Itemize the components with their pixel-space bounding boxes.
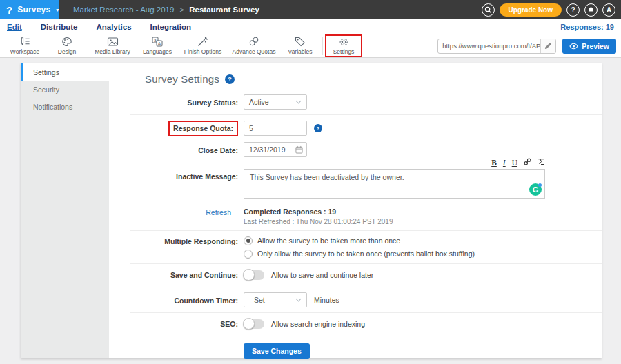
- chevron-down-icon: ▾: [56, 7, 59, 13]
- survey-status-row: Survey Status: Active: [145, 94, 589, 110]
- notifications-button[interactable]: [584, 3, 598, 17]
- surveys-menu[interactable]: ? Surveys ▾: [0, 0, 59, 19]
- magic-wand-icon: [197, 37, 208, 47]
- top-bar: ? Surveys ▾ Market Research - Aug 2019 >…: [0, 0, 621, 19]
- sidebar-item-security[interactable]: Security: [21, 81, 109, 98]
- response-quota-help-icon[interactable]: ?: [314, 124, 322, 132]
- countdown-timer-label: Countdown Timer:: [145, 292, 238, 305]
- divider: [130, 312, 602, 313]
- toolbar-design[interactable]: Design: [46, 34, 88, 57]
- sidebar-item-settings[interactable]: Settings: [21, 63, 109, 81]
- save-continue-hint: Allow to save and continue later: [271, 271, 373, 279]
- divider: [130, 336, 602, 336]
- settings-content: Survey Settings ? Survey Status: Active …: [109, 63, 602, 358]
- toolbar-languages[interactable]: aA Languages: [137, 34, 178, 57]
- underline-button[interactable]: U: [512, 159, 518, 168]
- edit-toolbar: Workspace Design Media Library aA Langua…: [0, 34, 621, 58]
- chevron-down-icon: [295, 298, 302, 302]
- nav-tab-distribute[interactable]: Distribute: [41, 23, 78, 31]
- close-date-label: Close Date:: [145, 142, 238, 155]
- survey-status-select[interactable]: Active: [244, 94, 307, 110]
- search-icon: [484, 6, 492, 14]
- settings-sidebar: Settings Security Notifications: [21, 63, 109, 358]
- account-avatar[interactable]: A: [602, 3, 615, 17]
- clear-format-icon: [538, 158, 545, 165]
- top-bar-actions: Upgrade Now ? A: [482, 3, 621, 17]
- toolbar-settings[interactable]: Settings: [325, 34, 362, 57]
- inactive-message-editor: This Survey has been deactivated by the …: [244, 169, 545, 201]
- radio-unselected-icon[interactable]: [244, 250, 253, 259]
- close-date-field[interactable]: [244, 142, 307, 157]
- multiple-responding-label: Multiple Responding:: [145, 236, 238, 246]
- insert-link-button[interactable]: [524, 158, 531, 168]
- main-nav: Edit Distribute Analytics Integration Re…: [0, 19, 621, 34]
- gear-icon: [339, 37, 349, 47]
- link-icon: [524, 158, 531, 165]
- pencil-icon: [544, 42, 552, 50]
- breadcrumb: Market Research - Aug 2019 > Restaurant …: [73, 6, 259, 14]
- app-window: ? Surveys ▾ Market Research - Aug 2019 >…: [0, 0, 621, 364]
- toolbar-media-library[interactable]: Media Library: [88, 34, 137, 57]
- save-continue-label: Save and Continue:: [145, 270, 238, 280]
- refresh-link[interactable]: Refresh: [206, 208, 231, 216]
- last-refreshed: Last Refreshed : Thu Nov 28 01:00:24 PST…: [244, 218, 393, 225]
- edit-url-button[interactable]: [540, 39, 555, 54]
- sidebar-item-notifications[interactable]: Notifications: [21, 98, 109, 115]
- breadcrumb-current: Restaurant Survey: [189, 6, 259, 14]
- nav-tab-analytics[interactable]: Analytics: [96, 23, 131, 31]
- toolbar-variables[interactable]: Variables: [280, 34, 320, 57]
- bold-button[interactable]: B: [491, 159, 497, 168]
- toggle-knob: [243, 269, 255, 281]
- nav-tab-integration[interactable]: Integration: [150, 23, 191, 31]
- survey-settings-help-icon[interactable]: ?: [225, 74, 235, 84]
- inactive-message-textarea[interactable]: This Survey has been deactivated by the …: [244, 169, 545, 199]
- bell-icon: [587, 6, 595, 14]
- toolbar-finish-options[interactable]: Finish Options: [178, 34, 228, 57]
- response-quota-label-cell: Response Quota:: [145, 121, 238, 136]
- clear-format-button[interactable]: [538, 158, 545, 168]
- toggle-knob: [243, 318, 255, 330]
- product-name: Surveys: [17, 5, 50, 14]
- preview-button[interactable]: Preview: [562, 39, 616, 54]
- seo-label: SEO:: [145, 319, 238, 329]
- radio-allow-multiple[interactable]: Allow the survey to be taken more than o…: [244, 236, 475, 245]
- toolbar-right-group: https://www.questionpro.com/t/APNrfZ Pre…: [437, 39, 621, 54]
- help-button[interactable]: ?: [566, 3, 580, 17]
- survey-url-box[interactable]: https://www.questionpro.com/t/APNrfZ: [437, 39, 556, 54]
- chevron-down-icon: [295, 100, 302, 104]
- response-quota-label: Response Quota:: [168, 121, 238, 136]
- save-continue-toggle[interactable]: [244, 270, 264, 280]
- svg-text:A: A: [158, 41, 161, 46]
- seo-toggle[interactable]: [244, 319, 264, 329]
- response-quota-input[interactable]: [244, 121, 307, 136]
- seo-hint: Allow search engine indexing: [271, 320, 365, 328]
- breadcrumb-parent[interactable]: Market Research - Aug 2019: [73, 6, 174, 14]
- divider: [130, 230, 602, 231]
- radio-allow-once[interactable]: Only allow the survey to be taken once (…: [244, 250, 475, 259]
- responses-count[interactable]: Responses: 19: [560, 23, 614, 31]
- save-changes-button[interactable]: Save Changes: [244, 343, 310, 359]
- italic-button[interactable]: I: [503, 159, 506, 168]
- countdown-timer-select[interactable]: --Set--: [244, 292, 307, 307]
- close-date-input[interactable]: [244, 142, 307, 157]
- toolbar-advance-quotas[interactable]: Advance Quotas: [228, 34, 280, 57]
- breadcrumb-separator: >: [179, 6, 184, 14]
- questionpro-logo-icon: ?: [6, 5, 12, 15]
- translate-icon: aA: [152, 37, 163, 47]
- toolbar-workspace[interactable]: Workspace: [4, 34, 46, 57]
- inactive-message-row: Inactive Message: B I U This Survey has …: [145, 159, 589, 201]
- chain-links-icon: [248, 37, 259, 47]
- search-button[interactable]: [482, 3, 495, 17]
- divider: [130, 287, 602, 287]
- upgrade-now-button[interactable]: Upgrade Now: [500, 3, 562, 17]
- radio-selected-icon[interactable]: [244, 236, 253, 245]
- toolbar-divider: [322, 37, 323, 55]
- grammarly-icon[interactable]: G: [529, 183, 542, 196]
- survey-url[interactable]: https://www.questionpro.com/t/APNrfZ: [438, 42, 540, 50]
- palette-icon: [61, 37, 72, 47]
- nav-tab-edit[interactable]: Edit: [7, 23, 22, 31]
- eye-icon: [569, 43, 578, 50]
- format-toolbar: B I U: [244, 159, 545, 168]
- settings-card: Settings Security Notifications Survey S…: [21, 63, 602, 358]
- close-date-row: Close Date:: [145, 142, 589, 157]
